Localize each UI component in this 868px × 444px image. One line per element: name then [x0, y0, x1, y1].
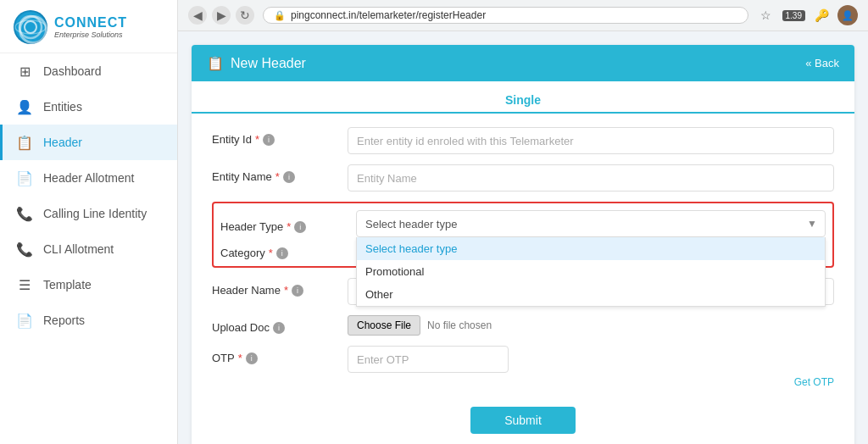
otp-info-icon[interactable]: i	[246, 352, 258, 364]
tab-single[interactable]: Single	[485, 88, 561, 114]
dropdown-item-other[interactable]: Other	[357, 283, 825, 306]
main-content: ◀ ▶ ↻ 🔒 pingconnect.in/telemarketer/regi…	[178, 0, 868, 444]
entity-id-input[interactable]	[348, 127, 834, 154]
header-icon: 📋	[207, 55, 224, 71]
sidebar-item-template[interactable]: ☰ Template	[0, 267, 177, 302]
header-type-info-icon[interactable]: i	[294, 221, 306, 233]
entity-id-row: Entity Id * i	[212, 127, 834, 154]
form-header: 📋 New Header « Back	[192, 45, 854, 81]
upload-doc-row: Upload Doc i Choose File No file chosen	[212, 315, 834, 336]
calling-line-identity-icon: 📞	[16, 205, 33, 222]
header-name-label: Header Name * i	[212, 278, 348, 297]
category-label: Category * i	[220, 241, 356, 259]
otp-row: OTP * i Get OTP	[212, 346, 834, 373]
logo-icon	[14, 10, 47, 44]
sidebar-item-label: Header Allotment	[43, 171, 134, 185]
header-allotment-icon: 📄	[16, 169, 33, 186]
required-marker: *	[275, 170, 280, 183]
cli-allotment-icon: 📞	[16, 241, 33, 258]
entity-name-label: Entity Name * i	[212, 164, 348, 183]
required-marker: *	[255, 133, 259, 146]
header-icon: 📋	[16, 134, 33, 151]
upload-doc-info-icon[interactable]: i	[273, 322, 285, 334]
refresh-button[interactable]: ↻	[236, 6, 254, 25]
reports-icon: 📄	[16, 312, 33, 329]
sidebar-item-reports[interactable]: 📄 Reports	[0, 302, 177, 338]
submit-button[interactable]: Submit	[470, 407, 576, 434]
form-container: 📋 New Header « Back Single Entity Id * i	[192, 45, 854, 444]
entities-icon: 👤	[16, 98, 33, 115]
key-icon[interactable]: 🔑	[812, 6, 831, 25]
entity-name-info-icon[interactable]: i	[283, 171, 295, 183]
dashboard-icon: ⊞	[16, 63, 33, 80]
otp-input[interactable]	[348, 346, 509, 373]
header-type-select[interactable]: Select header type Promotional Other	[356, 210, 826, 237]
browser-bar: ◀ ▶ ↻ 🔒 pingconnect.in/telemarketer/regi…	[178, 0, 868, 31]
nav-items: ⊞ Dashboard 👤 Entities 📋 Header 📄 Header…	[0, 53, 177, 338]
forward-button[interactable]: ▶	[212, 6, 231, 25]
url-text: pingconnect.in/telemarketer/registerHead…	[291, 9, 486, 21]
sidebar-item-header-allotment[interactable]: 📄 Header Allotment	[0, 160, 177, 196]
form-header-title: 📋 New Header	[207, 55, 306, 71]
svg-point-3	[15, 20, 46, 34]
sidebar-item-label: Reports	[43, 314, 85, 327]
browser-controls: ◀ ▶ ↻	[188, 6, 254, 25]
svg-point-2	[25, 21, 36, 33]
back-button[interactable]: ◀	[188, 6, 207, 25]
choose-file-button[interactable]: Choose File	[348, 315, 420, 336]
lock-icon: 🔒	[274, 10, 286, 21]
sidebar-item-calling-line-identity[interactable]: 📞 Calling Line Identity	[0, 196, 177, 231]
entity-name-row: Entity Name * i	[212, 164, 834, 191]
required-marker: *	[238, 352, 242, 364]
address-bar[interactable]: 🔒 pingconnect.in/telemarketer/registerHe…	[263, 7, 748, 24]
category-info-icon[interactable]: i	[276, 247, 288, 259]
dropdown-item-default[interactable]: Select header type	[357, 237, 825, 260]
entity-name-input[interactable]	[348, 164, 834, 191]
browser-actions: ☆ 1.39 🔑 👤	[757, 5, 858, 25]
form-title: New Header	[231, 56, 306, 71]
required-marker: *	[269, 247, 273, 259]
header-type-label: Header Type * i	[220, 214, 356, 233]
sidebar-item-header[interactable]: 📋 Header	[0, 125, 177, 160]
header-type-dropdown: Select header type Promotional Other	[356, 237, 826, 307]
required-marker: *	[284, 284, 288, 297]
back-button[interactable]: « Back	[805, 57, 839, 69]
entity-id-info-icon[interactable]: i	[263, 134, 275, 146]
logo-subtitle: Enterprise Solutions	[54, 31, 127, 39]
logo-title: CONNECT	[54, 15, 127, 31]
sidebar-item-dashboard[interactable]: ⊞ Dashboard	[0, 53, 177, 89]
tab-bar: Single	[192, 81, 854, 114]
sidebar-item-label: Dashboard	[43, 64, 102, 78]
otp-label: OTP * i	[212, 346, 348, 364]
get-otp-link[interactable]: Get OTP	[794, 376, 834, 388]
header-type-select-wrapper: Select header type Promotional Other ▼ S…	[356, 210, 826, 237]
upload-doc-label: Upload Doc i	[212, 315, 348, 334]
sidebar-item-label: Header	[43, 136, 82, 149]
required-marker: *	[287, 220, 291, 233]
submit-wrap: Submit	[212, 397, 834, 441]
sidebar: CONNECT Enterprise Solutions ⊞ Dashboard…	[0, 0, 178, 444]
header-type-row: Header Type * i Select header type Promo…	[220, 210, 826, 237]
svg-point-0	[15, 12, 46, 42]
star-icon[interactable]: ☆	[757, 6, 776, 25]
form-body: Entity Id * i Entity Name * i	[192, 114, 854, 444]
otp-wrap: Get OTP	[348, 346, 834, 373]
logo-text: CONNECT Enterprise Solutions	[54, 15, 127, 39]
sidebar-item-label: Calling Line Identity	[43, 207, 147, 220]
entity-id-label: Entity Id * i	[212, 127, 348, 146]
dropdown-item-promotional[interactable]: Promotional	[357, 260, 825, 283]
sidebar-item-label: Template	[43, 278, 92, 291]
upload-wrap: Choose File No file chosen	[348, 315, 492, 336]
no-file-text: No file chosen	[427, 319, 492, 331]
avatar: 👤	[837, 5, 858, 25]
sidebar-item-cli-allotment[interactable]: 📞 CLI Allotment	[0, 231, 177, 267]
header-type-section: Header Type * i Select header type Promo…	[212, 202, 834, 268]
sidebar-item-entities[interactable]: 👤 Entities	[0, 89, 177, 125]
logo: CONNECT Enterprise Solutions	[0, 0, 177, 53]
sidebar-item-label: CLI Allotment	[43, 242, 114, 256]
extension-badge: 1.39	[782, 10, 805, 21]
sidebar-item-label: Entities	[43, 100, 82, 114]
svg-point-1	[19, 16, 42, 38]
header-name-info-icon[interactable]: i	[292, 285, 303, 297]
template-icon: ☰	[16, 276, 33, 293]
